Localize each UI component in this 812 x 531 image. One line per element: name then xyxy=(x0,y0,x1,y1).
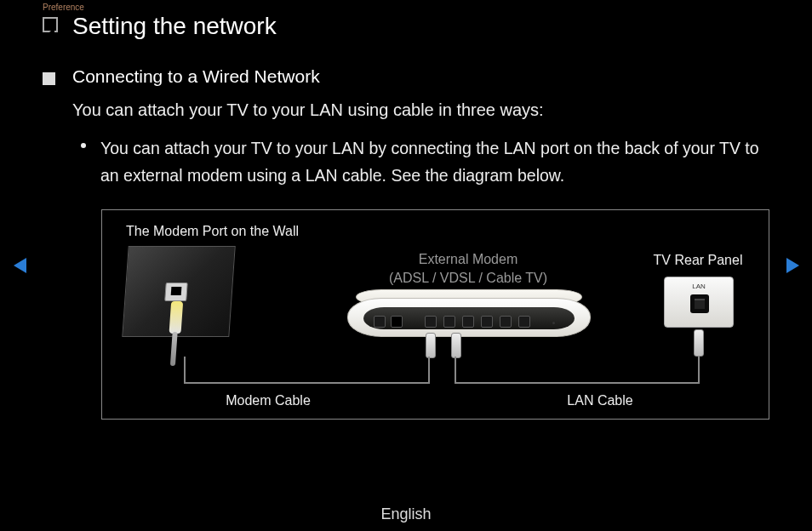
bookmark-icon xyxy=(43,17,58,32)
wall-plug-icon xyxy=(169,301,184,334)
diagram-box: The Modem Port on the Wall External Mode… xyxy=(101,209,769,420)
tv-plug-icon xyxy=(694,329,704,357)
section-square-icon xyxy=(43,72,55,85)
diagram-wall-label: The Modem Port on the Wall xyxy=(126,224,299,239)
modem-plug-icon xyxy=(451,333,461,358)
modem-lan-port-icon xyxy=(462,316,474,328)
modem-lan-port-icon xyxy=(425,316,437,328)
modem-port-icon xyxy=(374,316,386,328)
footer-language: English xyxy=(0,505,812,523)
tv-lan-port-icon xyxy=(690,294,709,313)
modem-port-icon xyxy=(391,316,403,328)
diagram-tv-label: TV Rear Panel xyxy=(609,253,787,268)
cable-lan-side xyxy=(698,357,700,384)
external-modem-icon xyxy=(347,298,591,337)
modem-lan-port-icon xyxy=(518,316,530,328)
diagram-modem-label-line2: (ADSL / VDSL / Cable TV) xyxy=(389,271,547,285)
modem-plug-icon xyxy=(426,333,436,358)
page-title: Setting the network xyxy=(72,13,277,40)
tv-rear-panel-icon: LAN xyxy=(664,277,734,328)
bullet-text: You can attach your TV to your LAN by co… xyxy=(100,134,778,189)
prev-page-arrow[interactable] xyxy=(14,258,26,273)
modem-lan-port-icon xyxy=(500,316,512,328)
diagram-modem-label-line1: External Modem xyxy=(419,252,518,266)
diagram-lan-cable-label: LAN Cable xyxy=(502,393,698,408)
tv-lan-port-label: LAN xyxy=(665,283,733,290)
wall-port-icon xyxy=(164,283,188,301)
next-page-arrow[interactable] xyxy=(786,258,799,273)
intro-text: You can attach your TV to your LAN using… xyxy=(72,100,544,120)
diagram-modem-cable-label: Modem Cable xyxy=(179,393,357,408)
section-subtitle: Connecting to a Wired Network xyxy=(72,66,320,87)
wall-cable-icon xyxy=(170,332,178,366)
cable-modem-side xyxy=(428,357,430,384)
modem-lan-port-icon xyxy=(481,316,493,328)
bullet-icon xyxy=(81,143,86,148)
cable-modem-side xyxy=(184,382,428,384)
cable-modem-side xyxy=(184,357,186,384)
cable-lan-side xyxy=(455,382,700,384)
breadcrumb: Preference xyxy=(43,3,84,12)
modem-lan-port-icon xyxy=(443,316,455,328)
modem-reset-icon xyxy=(552,322,555,324)
diagram-modem-label: External Modem (ADSL / VDSL / Cable TV) xyxy=(357,250,579,288)
cable-lan-side xyxy=(455,357,456,384)
diagram-wall xyxy=(122,246,235,337)
